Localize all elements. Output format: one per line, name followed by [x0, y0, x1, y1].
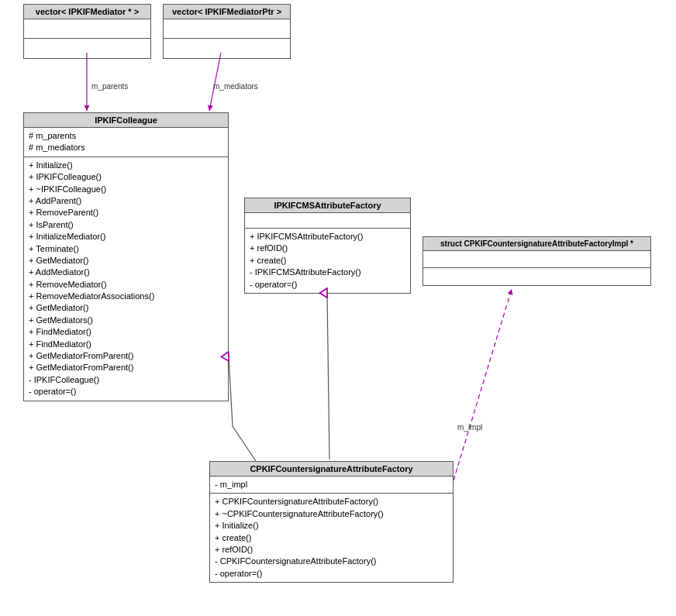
label-m-mediators: m_mediators	[213, 82, 258, 91]
ipkif-colleague-title: IPKIFColleague	[24, 113, 228, 128]
vector-mediatorptr-title: vector< IPKIFMediatorPtr >	[164, 5, 290, 19]
struct-impl-title: struct CPKIFCountersignatureAttributeFac…	[423, 237, 650, 251]
vector-mediatorptr-box: vector< IPKIFMediatorPtr >	[163, 4, 291, 59]
label-m-impl: m_impl	[457, 423, 482, 432]
ipkif-cms-factory-box: IPKIFCMSAttributeFactory + IPKIFCMSAttri…	[244, 198, 411, 294]
attr-m-parents: # m_parents	[29, 130, 223, 142]
ipkif-colleague-attrs: # m_parents # m_mediators	[24, 128, 228, 157]
ipkif-colleague-methods: + Initialize() + IPKIFColleague() + ~IPK…	[24, 157, 228, 401]
cpkif-countersig-title: CPKIFCountersignatureAttributeFactory	[210, 462, 453, 477]
vector-mediator-title: vector< IPKIFMediator * >	[24, 5, 150, 19]
diagram: vector< IPKIFMediator * > vector< IPKIFM…	[0, 0, 676, 616]
vector-mediator-section2	[24, 39, 150, 58]
struct-impl-box: struct CPKIFCountersignatureAttributeFac…	[422, 236, 651, 286]
arrow-m-impl	[454, 289, 512, 480]
struct-impl-section1	[423, 251, 650, 268]
cpkif-countersig-attrs: - m_impl	[210, 477, 453, 494]
cpkif-countersig-methods: + CPKIFCountersignatureAttributeFactory(…	[210, 494, 453, 582]
vector-mediatorptr-section2	[164, 39, 290, 58]
vector-mediatorptr-section1	[164, 19, 290, 39]
attr-m-mediators: # m_mediators	[29, 142, 223, 153]
ipkif-cms-factory-attrs	[245, 213, 410, 229]
arrow-inherit-colleague	[229, 356, 256, 461]
struct-impl-section2	[423, 268, 650, 285]
arrow-inherit-cms	[327, 293, 329, 459]
ipkif-cms-factory-methods: + IPKIFCMSAttributeFactory() + refOID() …	[245, 229, 410, 293]
attr-m-impl: - m_impl	[215, 479, 448, 490]
vector-mediator-section1	[24, 19, 150, 39]
arrow-m-mediators	[209, 53, 221, 111]
vector-mediator-box: vector< IPKIFMediator * >	[23, 4, 151, 59]
cpkif-countersig-box: CPKIFCountersignatureAttributeFactory - …	[209, 461, 454, 583]
ipkif-cms-factory-title: IPKIFCMSAttributeFactory	[245, 198, 410, 213]
ipkif-colleague-box: IPKIFColleague # m_parents # m_mediators…	[23, 112, 229, 401]
label-m-parents: m_parents	[91, 82, 128, 91]
